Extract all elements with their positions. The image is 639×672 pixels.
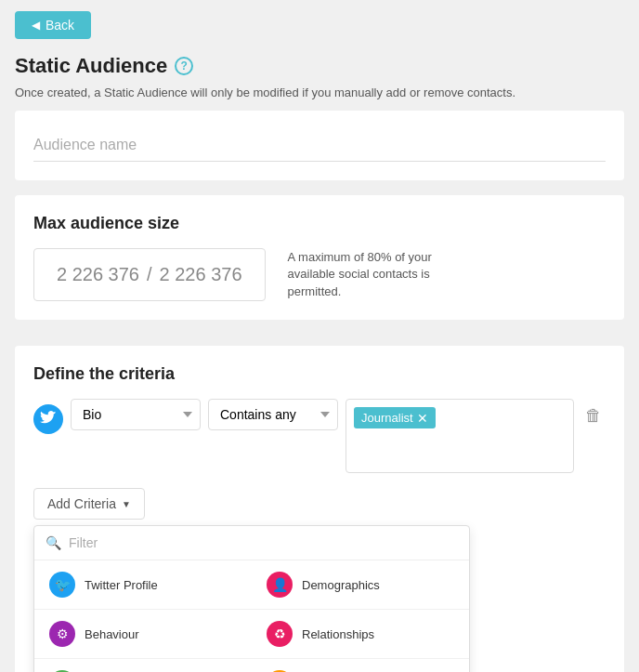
- bio-select[interactable]: Bio: [71, 399, 201, 430]
- dropdown-item-icon: 👤: [267, 572, 293, 598]
- dropdown-item[interactable]: ⚙ Behaviour: [34, 610, 252, 659]
- back-arrow-icon: ◀: [32, 19, 40, 32]
- help-icon[interactable]: ?: [175, 57, 193, 75]
- journalist-tag: Journalist ✕: [354, 407, 436, 428]
- dropdown-item-icon: ⚙: [49, 621, 75, 647]
- criteria-title: Define the criteria: [33, 364, 606, 384]
- dropdown-item[interactable]: 💬 Conversations: [34, 659, 252, 672]
- audience-current-size: 2 226 376: [57, 264, 139, 285]
- add-criteria-label: Add Criteria: [47, 496, 116, 511]
- dropdown-item[interactable]: 📍 Location: [252, 659, 469, 672]
- filter-search-icon: 🔍: [46, 535, 61, 550]
- audience-total-size: 2 226 376: [160, 264, 242, 285]
- filter-input[interactable]: [69, 535, 458, 550]
- dropdown-item-label: Twitter Profile: [85, 578, 158, 592]
- size-divider: /: [147, 264, 152, 285]
- size-note: A maximum of 80% of your available socia…: [288, 249, 474, 300]
- dropdown-item[interactable]: ♻ Relationships: [252, 610, 469, 659]
- delete-criteria-button[interactable]: 🗑: [581, 402, 606, 429]
- add-criteria-button[interactable]: Add Criteria ▼: [33, 488, 145, 520]
- page-title: Static Audience: [15, 54, 167, 78]
- twitter-icon: [33, 404, 63, 434]
- criteria-dropdown: 🔍 🐦 Twitter Profile 👤 Demographics ⚙ Beh…: [33, 525, 470, 672]
- audience-name-input[interactable]: [33, 129, 606, 162]
- condition-select[interactable]: Contains any: [208, 399, 338, 430]
- dropdown-item[interactable]: 👤 Demographics: [252, 560, 469, 610]
- dropdown-item-label: Relationships: [302, 627, 374, 641]
- tag-container: Journalist ✕: [346, 399, 574, 473]
- dropdown-item[interactable]: 🐦 Twitter Profile: [34, 560, 252, 610]
- max-audience-title: Max audience size: [33, 214, 606, 233]
- dropdown-item-label: Demographics: [302, 578, 380, 592]
- subtitle-text: Once created, a Static Audience will onl…: [15, 86, 624, 99]
- tag-remove-icon[interactable]: ✕: [417, 412, 428, 425]
- dropdown-grid: 🐦 Twitter Profile 👤 Demographics ⚙ Behav…: [34, 560, 469, 672]
- tag-label: Journalist: [361, 411, 413, 425]
- chevron-down-icon: ▼: [122, 499, 131, 509]
- dropdown-item-icon: 🐦: [49, 572, 75, 598]
- dropdown-item-label: Behaviour: [85, 627, 139, 641]
- dropdown-item-icon: ♻: [267, 621, 293, 647]
- trash-icon: 🗑: [585, 406, 602, 425]
- back-button[interactable]: ◀ Back: [15, 11, 91, 39]
